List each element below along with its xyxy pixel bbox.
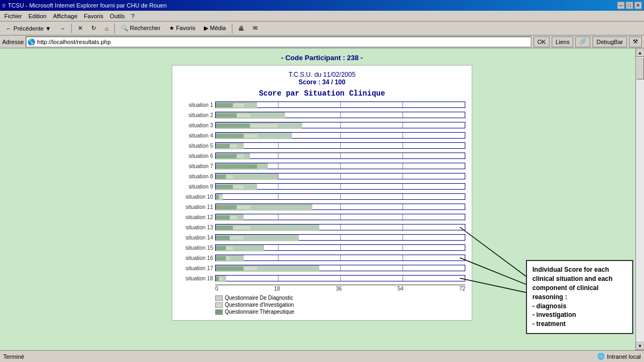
situation-label: situation 5 [179,143,215,149]
scroll-thumb[interactable] [636,58,644,79]
axis-label: 54 [398,286,404,292]
legend-item: Questionnaire De Diagnostic [215,295,465,301]
menu-affichage[interactable]: Affichage [50,12,81,20]
situation-label: situation 6 [179,153,215,159]
main-content-area: - Code Participant : 238 - T.C.S.U. du 1… [0,48,644,350]
legend-item: Questionnaire d'Investigation [215,302,465,308]
bar-area [215,203,465,211]
debugbar-button[interactable]: DebugBar [592,37,627,47]
menu-help[interactable]: ? [128,12,138,20]
table-row: situation 9 [179,182,465,191]
close-button[interactable]: ✕ [634,2,642,9]
bar-area [215,172,465,180]
back-button[interactable]: ← Précédente ▼ [2,23,55,34]
address-bar: Adresse 🌎 OK Liens 🔗 DebugBar ⚒ [0,35,644,48]
bar-area [215,183,465,190]
situation-label: situation 16 [179,255,215,261]
title-bar-buttons: ─ □ ✕ [617,2,642,9]
situation-label: situation 9 [179,184,215,190]
legend-label: Questionnaire De Diagnostic [225,295,293,301]
chart-title-block: T.C.S.U. du 11/02/2005 Score : 34 / 100 [179,71,465,86]
situation-label: situation 7 [179,163,215,169]
table-row: situation 3 [179,120,465,130]
stop-button[interactable]: ✕ [74,23,86,34]
title-bar-left: e TCSU - Microsoft Internet Explorer fou… [2,2,167,9]
home-button[interactable]: ⌂ [101,23,112,34]
participant-code: - Code Participant : 238 - [281,54,363,62]
menu-edition[interactable]: Edition [25,12,50,20]
bar-area [215,162,465,170]
address-input[interactable] [37,39,530,45]
situation-label: situation 17 [179,265,215,271]
annotation-box: Individual Score for each clinical situa… [526,260,633,334]
menu-favoris[interactable]: Favoris [80,12,106,20]
legend-item: Questionnaire Thérapeutique [215,309,465,315]
scrollbar[interactable]: ▲ ▼ [635,48,644,350]
menu-outils[interactable]: Outils [106,12,128,20]
print-button[interactable]: 🖶 [235,23,248,34]
favorites-button[interactable]: ★ Favoris [165,23,199,34]
menu-fichier[interactable]: Fichier [1,12,25,20]
situation-label: situation 11 [179,204,215,210]
axis-row: 018365472 [179,285,465,292]
bar-area [215,223,465,231]
tools-icon-button[interactable]: ⚒ [629,37,642,47]
maximize-button[interactable]: □ [626,2,633,9]
situation-label: situation 10 [179,194,215,200]
ie-logo-icon: e [2,2,6,9]
axis-label: 72 [459,286,465,292]
table-row: situation 8 [179,171,465,181]
search-button[interactable]: 🔍 Rechercher [117,23,164,34]
ok-button[interactable]: OK [533,37,550,47]
situation-label: situation 1 [179,102,215,108]
table-row: situation 10 [179,192,465,201]
table-row: situation 2 [179,110,465,120]
table-row: situation 11 [179,202,465,212]
page-icon: 🌎 [27,38,35,46]
forward-button[interactable]: → [56,23,69,34]
toolbar-sep-1 [71,24,72,33]
axis-label: 18 [274,286,280,292]
address-input-wrap: 🌎 [26,37,531,47]
table-row: situation 7 [179,161,465,171]
chart-area: situation 1situation 2situation 3situati… [179,100,465,284]
chart-container: T.C.S.U. du 11/02/2005 Score : 34 / 100 … [172,65,472,321]
address-label: Adresse [2,39,24,45]
legend-color-box [215,309,223,315]
bar-area [215,101,465,108]
annotation-text: Individual Score for each clinical situa… [532,266,612,328]
bar-area [215,213,465,221]
table-row: situation 4 [179,131,465,140]
bar-area [215,234,465,241]
situation-label: situation 4 [179,133,215,139]
chart-main-title: Score par Situation Clinique [179,89,465,98]
toolbar: ← Précédente ▼ → ✕ ↻ ⌂ 🔍 Rechercher ★ Fa… [0,21,644,35]
table-row: situation 13 [179,222,465,232]
table-row: situation 18 [179,273,465,283]
network-icon-button[interactable]: 🔗 [575,37,590,47]
mail-button[interactable]: ✉ [249,23,261,34]
situation-label: situation 18 [179,276,215,281]
legend-color-box [215,295,223,301]
bar-area [215,152,465,160]
window-title: TCSU - Microsoft Internet Explorer fourn… [8,2,167,9]
media-button[interactable]: ▶ Média [200,23,230,34]
legend-color-box [215,302,223,308]
scroll-track [636,57,644,342]
bar-area [215,142,465,149]
situation-label: situation 14 [179,235,215,241]
bar-area [215,111,465,119]
axis-label: 36 [336,286,342,292]
minimize-button[interactable]: ─ [617,2,625,9]
situation-label: situation 2 [179,112,215,118]
situation-label: situation 15 [179,245,215,251]
axis-label: 0 [215,286,218,292]
refresh-button[interactable]: ↻ [87,23,100,34]
bar-area [215,274,465,282]
table-row: situation 1 [179,100,465,110]
scroll-down-arrow[interactable]: ▼ [636,342,645,350]
links-button[interactable]: Liens [552,37,573,47]
toolbar-sep-2 [114,24,115,33]
situation-label: situation 3 [179,122,215,128]
scroll-up-arrow[interactable]: ▲ [636,48,645,57]
